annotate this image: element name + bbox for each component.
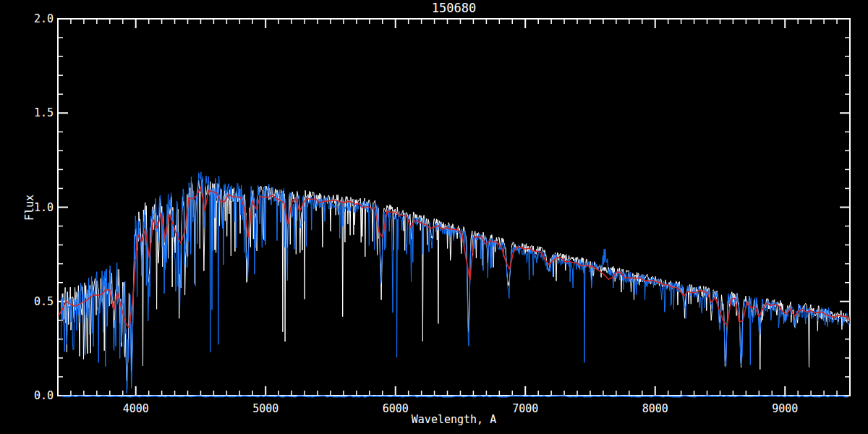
spectrum-plot: 150680Wavelength, AFlux40005000600070008… (0, 0, 868, 434)
error-spectrum-blue (61, 396, 848, 396)
chart-title: 150680 (432, 1, 476, 15)
y-tick-label: 2.0 (34, 12, 54, 25)
spectrum-viewer: 150680Wavelength, AFlux40005000600070008… (0, 0, 868, 434)
series-group (59, 172, 851, 393)
y-tick-label: 1.5 (34, 106, 54, 119)
x-tick-label: 8000 (642, 402, 668, 415)
x-tick-label: 7000 (512, 402, 538, 415)
y-tick-label: 0.5 (34, 295, 54, 308)
x-tick-label: 9000 (772, 402, 798, 415)
x-tick-label: 5000 (252, 402, 278, 415)
x-tick-label: 6000 (383, 402, 409, 415)
x-axis-label: Wavelength, A (412, 413, 496, 426)
y-tick-label: 0.0 (34, 389, 54, 402)
y-tick-label: 1.0 (34, 201, 54, 214)
x-tick-label: 4000 (123, 402, 149, 415)
comparison-spectrum-blue (61, 172, 851, 393)
